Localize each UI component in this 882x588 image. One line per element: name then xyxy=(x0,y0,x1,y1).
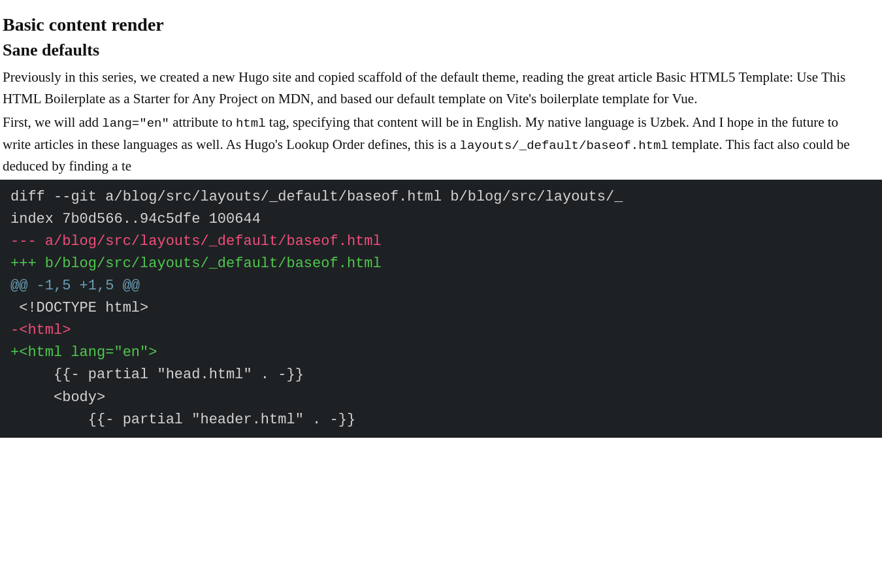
inline-code-baseof: layouts/_default/baseof.html xyxy=(460,139,668,153)
diff-block: diff --git a/blog/src/layouts/_default/b… xyxy=(0,180,882,438)
diff-minus-file: --- a/blog/src/layouts/_default/baseof.h… xyxy=(8,231,874,253)
heading-sane-defaults: Sane defaults xyxy=(3,39,866,61)
paragraph-intro: Previously in this series, we created a … xyxy=(3,67,866,109)
diff-hunk-header: @@ -1,5 +1,5 @@ xyxy=(8,275,874,297)
heading-basic-content-render: Basic content render xyxy=(3,13,866,37)
diff-index-line: index 7b0d566..94c5dfe 100644 xyxy=(8,208,874,231)
inline-code-lang: lang="en" xyxy=(102,116,169,131)
diff-header-line: diff --git a/blog/src/layouts/_default/b… xyxy=(8,186,874,208)
prose-section: Basic content render Sane defaults Previ… xyxy=(0,0,882,177)
diff-removed-html: -<html> xyxy=(8,319,874,342)
inline-code-html: html xyxy=(236,116,266,131)
diff-plus-file: +++ b/blog/src/layouts/_default/baseof.h… xyxy=(8,253,874,275)
paragraph-lang: First, we will add lang="en" attribute t… xyxy=(3,112,866,176)
para2-before-code: First, we will add xyxy=(3,114,102,130)
diff-context-body: <body> xyxy=(8,387,874,409)
para2-mid1: attribute to xyxy=(169,114,236,130)
diff-added-html-lang: +<html lang="en"> xyxy=(8,342,874,364)
diff-context-header-partial: {{- partial "header.html" . -}} xyxy=(8,409,874,431)
diff-context-doctype: <!DOCTYPE html> xyxy=(8,297,874,319)
diff-context-head-partial: {{- partial "head.html" . -}} xyxy=(8,364,874,386)
